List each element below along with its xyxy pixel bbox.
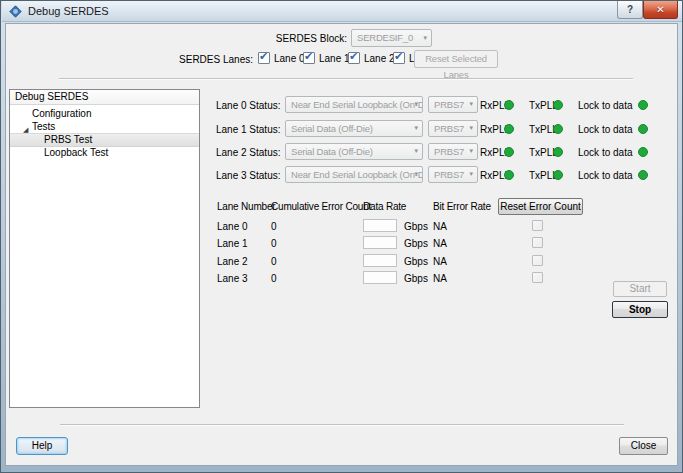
lock-to-data-label: Lock to data (578, 170, 632, 181)
rxpll-status-indicator (504, 100, 514, 110)
lane2-mode-combobox: Serial Data (Off-Die) ▼ (285, 143, 423, 160)
bottom-separator (60, 424, 624, 426)
tree-item-tests-label: Tests (32, 121, 55, 132)
checkmark-icon: ✔ (259, 50, 268, 63)
lane2-pattern-value: PRBS7 (434, 146, 464, 157)
serdes-block-label: SERDES Block: (241, 33, 347, 44)
table-row: Lane 0 0 Gbps NA (217, 219, 637, 234)
app-icon (9, 5, 22, 18)
checkmark-icon: ✔ (304, 50, 313, 63)
table-row: Lane 1 0 Gbps NA (217, 236, 637, 251)
chevron-down-icon: ▼ (413, 167, 419, 182)
titlebar-help-button[interactable]: ? (617, 1, 643, 19)
lane0-mode-value: Near End Serial Loopback (On-Die) (291, 99, 423, 110)
tree-item-loopback-test[interactable]: Loopback Test (10, 146, 199, 159)
lane3-pattern-combobox: PRBS7 ▼ (428, 166, 478, 183)
lane0-mode-combobox: Near End Serial Loopback (On-Die) ▼ (285, 96, 423, 113)
bit-error-rate-cell: NA (433, 256, 447, 267)
lane3-status-row: Lane 3 Status: Near End Serial Loopback … (216, 166, 676, 183)
reset-error-checkbox (532, 255, 543, 266)
tree-item-prbs-test[interactable]: PRBS Test (10, 133, 199, 147)
table-row: Lane 2 0 Gbps NA (217, 254, 637, 269)
reset-error-checkbox (532, 220, 543, 231)
lane3-pattern-value: PRBS7 (434, 169, 464, 180)
titlebar: Debug SERDES ? ✕ (2, 1, 683, 22)
reset-error-count-button[interactable]: Reset Error Count (498, 198, 583, 215)
lock-to-data-label: Lock to data (578, 124, 632, 135)
txpll-status-indicator (553, 100, 563, 110)
unit-label: Gbps (404, 238, 428, 249)
table-row: Lane 3 0 Gbps NA (217, 271, 637, 286)
start-button: Start (613, 281, 667, 297)
error-count-cell: 0 (271, 256, 277, 267)
reset-error-checkbox (532, 272, 543, 283)
lane0-status-row: Lane 0 Status: Near End Serial Loopback … (216, 96, 676, 113)
lane1-mode-combobox: Serial Data (Off-Die) ▼ (285, 120, 423, 137)
txpll-status-indicator (553, 124, 563, 134)
unit-label: Gbps (404, 221, 428, 232)
chevron-down-icon: ▼ (468, 167, 474, 182)
data-rate-input[interactable] (363, 271, 397, 284)
navigation-tree: Debug SERDES Configuration ◢ Tests PRBS … (9, 89, 200, 408)
lane-name-cell: Lane 0 (217, 221, 248, 232)
unit-label: Gbps (404, 273, 428, 284)
lane0-status-label: Lane 0 Status: (216, 100, 281, 111)
lock-status-indicator (638, 124, 648, 134)
bit-error-rate-cell: NA (433, 273, 447, 284)
serdes-block-combobox[interactable]: SERDESIF_0 ▼ (351, 29, 432, 47)
lane1-pattern-value: PRBS7 (434, 123, 464, 134)
chevron-down-icon: ▼ (413, 144, 419, 159)
tree-item-tests[interactable]: ◢ Tests (10, 120, 199, 133)
lane-name-cell: Lane 2 (217, 256, 248, 267)
data-rate-input[interactable] (363, 236, 397, 249)
reset-selected-lanes-button: Reset Selected Lanes (414, 50, 498, 68)
chevron-down-icon: ▼ (413, 121, 419, 136)
rxpll-status-indicator (504, 124, 514, 134)
lane1-status-row: Lane 1 Status: Serial Data (Off-Die) ▼ P… (216, 120, 676, 137)
window-title: Debug SERDES (28, 5, 109, 17)
rxpll-status-indicator (504, 147, 514, 157)
unit-label: Gbps (404, 256, 428, 267)
lane2-pattern-combobox: PRBS7 ▼ (428, 143, 478, 160)
checkbox-icon: ✔ (348, 52, 360, 64)
error-count-cell: 0 (271, 221, 277, 232)
close-button[interactable]: Close (619, 437, 668, 455)
serdes-block-value: SERDESIF_0 (357, 32, 413, 43)
lane0-pattern-value: PRBS7 (434, 99, 464, 110)
titlebar-close-button[interactable]: ✕ (643, 1, 678, 19)
lane-name-cell: Lane 1 (217, 238, 248, 249)
lane3-mode-value: Near End Serial Loopback (On-Die) (291, 169, 423, 180)
lane0-pattern-combobox: PRBS7 ▼ (428, 96, 478, 113)
lane2-checkbox-label: Lane 2 (364, 53, 395, 64)
data-rate-input[interactable] (363, 219, 397, 232)
serdes-lanes-label: SERDES Lanes: (151, 54, 253, 65)
lock-to-data-label: Lock to data (578, 100, 632, 111)
checkmark-icon: ✔ (394, 50, 403, 63)
chevron-down-icon: ▼ (468, 97, 474, 112)
checkbox-icon: ✔ (258, 52, 270, 64)
lane2-status-label: Lane 2 Status: (216, 147, 281, 158)
txpll-status-indicator (553, 170, 563, 180)
lock-status-indicator (638, 100, 648, 110)
tree-item-configuration[interactable]: Configuration (10, 107, 199, 120)
reset-error-checkbox (532, 237, 543, 248)
debug-serdes-dialog: Debug SERDES ? ✕ SERDES Block: SERDESIF_… (0, 0, 683, 473)
column-header-data-rate: Data Rate (363, 201, 406, 212)
tree-header: Debug SERDES (10, 90, 199, 105)
top-separator (59, 78, 633, 80)
lock-to-data-label: Lock to data (578, 147, 632, 158)
lane1-checkbox-label: Lane 1 (319, 53, 350, 64)
checkmark-icon: ✔ (349, 50, 358, 63)
checkbox-icon: ✔ (393, 52, 405, 64)
lane1-mode-value: Serial Data (Off-Die) (291, 123, 373, 134)
lane3-mode-combobox: Near End Serial Loopback (On-Die) ▼ (285, 166, 423, 183)
lane3-status-label: Lane 3 Status: (216, 170, 281, 181)
error-count-cell: 0 (271, 273, 277, 284)
chevron-down-icon: ▼ (422, 30, 428, 46)
lane0-checkbox-label: Lane 0 (274, 53, 305, 64)
help-button[interactable]: Help (16, 437, 68, 455)
chevron-down-icon: ▼ (468, 121, 474, 136)
bit-error-rate-cell: NA (433, 221, 447, 232)
data-rate-input[interactable] (363, 254, 397, 267)
stop-button[interactable]: Stop (612, 301, 668, 318)
